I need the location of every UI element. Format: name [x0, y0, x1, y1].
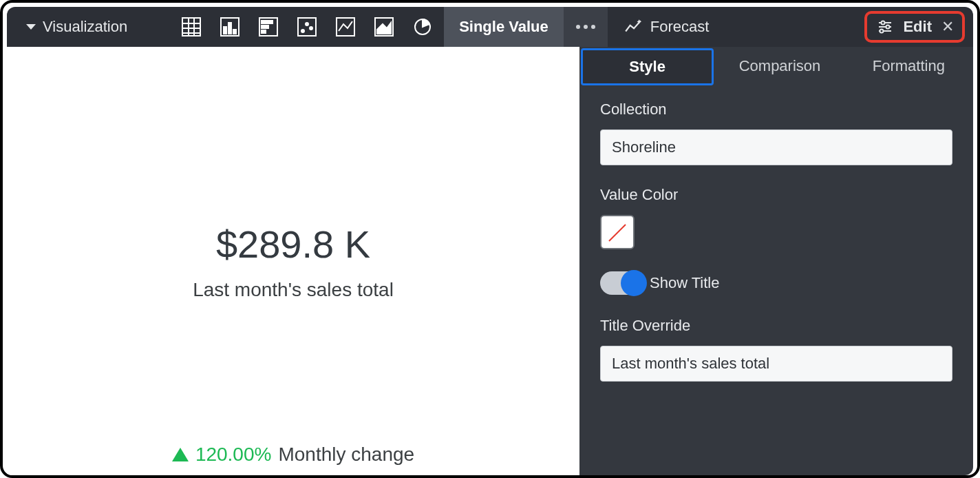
tab-comparison-label: Comparison: [739, 57, 821, 75]
svg-marker-20: [377, 23, 391, 34]
forecast-label: Forecast: [650, 18, 710, 36]
svg-point-27: [880, 30, 884, 33]
style-panel-body: Collection Value Color Show Title Title …: [579, 85, 973, 394]
tab-style-label: Style: [629, 58, 665, 76]
tab-formatting[interactable]: Formatting: [844, 47, 973, 85]
comparison-label: Monthly change: [278, 444, 414, 466]
table-icon[interactable]: [180, 15, 203, 39]
comparison-row: 120.00% Monthly change: [172, 444, 414, 466]
visualization-canvas: $289.8 K Last month's sales total 120.00…: [7, 47, 579, 475]
tab-comparison[interactable]: Comparison: [715, 47, 844, 85]
svg-rect-12: [262, 25, 268, 28]
active-vis-chip[interactable]: Single Value: [444, 7, 564, 47]
svg-rect-14: [298, 18, 316, 36]
svg-point-25: [886, 25, 890, 29]
area-chart-icon[interactable]: [372, 15, 396, 39]
svg-rect-13: [262, 30, 266, 33]
title-override-label: Title Override: [600, 317, 952, 335]
settings-panel: Style Comparison Formatting Collection V…: [579, 47, 973, 475]
caret-down-icon: [26, 24, 36, 30]
svg-point-16: [306, 23, 308, 25]
svg-rect-7: [224, 27, 226, 34]
up-arrow-icon: [172, 448, 189, 461]
forecast-icon: [624, 18, 642, 36]
settings-tabs: Style Comparison Formatting: [579, 47, 973, 85]
svg-rect-8: [228, 23, 231, 34]
chart-type-icons: [180, 15, 434, 39]
collection-input[interactable]: [600, 129, 952, 165]
value-color-label: Value Color: [600, 186, 952, 204]
visualization-toolbar: Visualization: [7, 7, 973, 47]
title-override-input[interactable]: [600, 346, 952, 382]
svg-point-15: [301, 30, 304, 32]
comparison-percent: 120.00%: [195, 444, 272, 466]
edit-button-group[interactable]: Edit ✕: [864, 11, 965, 43]
single-value: $289.8 K: [216, 222, 370, 267]
collection-label: Collection: [600, 101, 952, 118]
ellipsis-icon: [576, 25, 595, 29]
edit-label: Edit: [903, 18, 932, 36]
column-chart-icon[interactable]: [218, 15, 242, 39]
sliders-icon: [877, 19, 893, 35]
scatter-chart-icon[interactable]: [295, 15, 319, 39]
active-vis-label: Single Value: [459, 18, 548, 36]
body-area: $289.8 K Last month's sales total 120.00…: [7, 47, 973, 475]
svg-rect-9: [233, 30, 236, 34]
svg-rect-11: [262, 21, 273, 23]
more-vis-button[interactable]: [564, 7, 608, 47]
line-chart-icon[interactable]: [334, 15, 357, 39]
visualization-section-toggle[interactable]: Visualization: [14, 18, 140, 36]
app-frame: Visualization: [0, 0, 980, 478]
svg-point-17: [310, 27, 312, 30]
forecast-button[interactable]: Forecast: [608, 7, 726, 47]
bar-chart-icon[interactable]: [257, 15, 280, 39]
show-title-label: Show Title: [650, 274, 720, 292]
tab-style[interactable]: Style: [581, 48, 714, 85]
single-value-title: Last month's sales total: [193, 279, 394, 301]
svg-point-23: [882, 21, 885, 25]
tab-formatting-label: Formatting: [873, 57, 945, 75]
value-color-swatch[interactable]: [600, 215, 635, 249]
visualization-label: Visualization: [43, 18, 127, 36]
pie-chart-icon[interactable]: [411, 15, 434, 39]
close-icon[interactable]: ✕: [941, 18, 954, 36]
show-title-toggle[interactable]: [600, 271, 646, 295]
